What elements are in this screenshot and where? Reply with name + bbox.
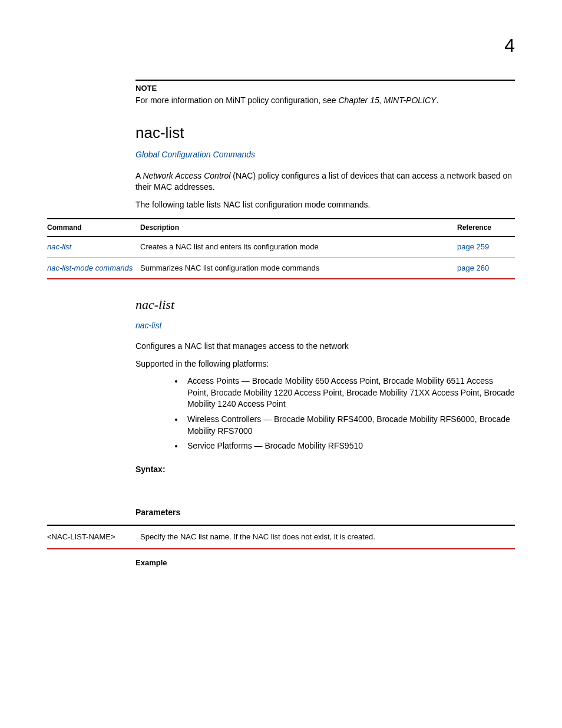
command-table: Command Description Reference nac-list C… (47, 218, 515, 279)
spacer (135, 479, 515, 495)
breadcrumb-link[interactable]: Global Configuration Commands (135, 149, 255, 161)
th-reference: Reference (457, 219, 515, 237)
param-desc: Specify the NAC list name. If the NAC li… (140, 525, 515, 549)
note-text: For more information on MiNT policy conf… (135, 95, 515, 107)
parameters-label: Parameters (135, 507, 515, 519)
syntax-label: Syntax: (135, 464, 515, 476)
table-row: <NAC-LIST-NAME> Specify the NAC list nam… (47, 525, 515, 549)
th-description: Description (140, 219, 457, 237)
subsection-breadcrumb[interactable]: nac-list (135, 320, 161, 332)
note-prefix: For more information on MiNT policy conf… (135, 95, 338, 105)
content-area: NOTE For more information on MiNT policy… (135, 80, 515, 568)
note-italic: Chapter 15, MINT-POLICY (338, 95, 436, 105)
platform-list: Access Points — Brocade Mobility 650 Acc… (135, 375, 515, 452)
subsection-desc: Configures a NAC list that manages acces… (135, 341, 515, 353)
reference-link[interactable]: page 259 (457, 242, 489, 251)
table-intro: The following table lists NAC list confi… (135, 199, 515, 211)
subsection-title: nac-list (135, 296, 515, 314)
table-row: nac-list Creates a NAC list and enters i… (47, 236, 515, 258)
note-rule (135, 80, 515, 81)
example-label: Example (135, 558, 515, 568)
list-item: Access Points — Brocade Mobility 650 Acc… (184, 375, 515, 410)
command-link[interactable]: nac-list (47, 242, 71, 251)
page: 4 NOTE For more information on MiNT poli… (0, 0, 562, 728)
section-title: nac-list (135, 122, 515, 143)
command-desc: Creates a NAC list and enters its config… (140, 236, 457, 258)
intro-prefix: A (135, 171, 143, 180)
parameter-table: <NAC-LIST-NAME> Specify the NAC list nam… (47, 525, 515, 549)
chapter-number: 4 (504, 32, 515, 59)
supported-label: Supported in the following platforms: (135, 358, 515, 370)
command-desc: Summarizes NAC list configuration mode c… (140, 258, 457, 279)
table-row: nac-list-mode commands Summarizes NAC li… (47, 258, 515, 279)
list-item: Service Platforms — Brocade Mobility RFS… (184, 440, 515, 452)
reference-link[interactable]: page 260 (457, 263, 489, 272)
command-link[interactable]: nac-list-mode commands (47, 263, 133, 272)
note-label: NOTE (135, 83, 515, 94)
list-item: Wireless Controllers — Brocade Mobility … (184, 414, 515, 437)
param-name: <NAC-LIST-NAME> (47, 525, 140, 549)
intro-italic: Network Access Control (143, 171, 230, 180)
note-suffix: . (436, 95, 438, 105)
th-command: Command (47, 219, 140, 237)
table-header-row: Command Description Reference (47, 219, 515, 237)
intro-paragraph: A Network Access Control (NAC) policy co… (135, 170, 515, 193)
